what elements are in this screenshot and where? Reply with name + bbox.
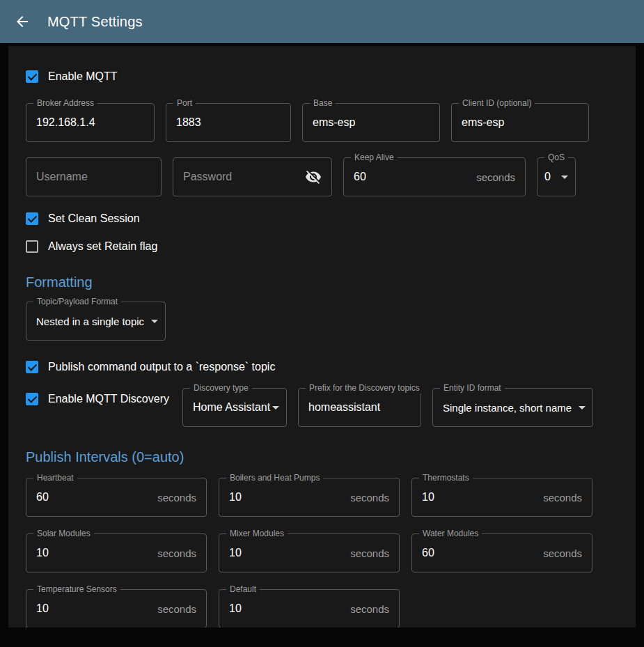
clean-session-checkbox[interactable] xyxy=(26,212,38,225)
water-interval-label: Water Modules xyxy=(419,529,482,539)
qos-value: 0 xyxy=(544,171,551,183)
client-id-value: ems-esp xyxy=(462,116,504,129)
dropdown-caret-icon xyxy=(579,406,586,410)
publish-response-label: Publish command output to a `response` t… xyxy=(48,361,275,373)
username-placeholder: Username xyxy=(36,171,88,183)
discovery-type-label: Discovery type xyxy=(190,383,252,393)
qos-label: QoS xyxy=(544,153,568,163)
discovery-row: Enable MQTT Discovery Discovery type Hom… xyxy=(26,388,618,427)
enable-mqtt-label: Enable MQTT xyxy=(48,70,118,83)
discovery-type-value: Home Assistant xyxy=(193,401,270,414)
boilers-interval-field[interactable]: Boilers and Heat Pumps 10 seconds xyxy=(219,478,400,517)
arrow-back-icon xyxy=(14,13,31,30)
port-label: Port xyxy=(173,98,196,109)
password-field[interactable]: Password xyxy=(173,157,332,196)
entity-id-format-select[interactable]: Entity ID format Single instance, short … xyxy=(432,388,593,427)
enable-mqtt-row[interactable]: Enable MQTT xyxy=(26,68,618,85)
temperature-sensors-interval-label: Temperature Sensors xyxy=(33,584,120,595)
heartbeat-interval-label: Heartbeat xyxy=(33,473,77,483)
password-placeholder: Password xyxy=(183,171,232,183)
discovery-prefix-field[interactable]: Prefix for the Discovery topics homeassi… xyxy=(298,388,421,427)
enable-discovery-label: Enable MQTT Discovery xyxy=(48,393,169,405)
solar-interval-unit: seconds xyxy=(157,547,196,559)
water-interval-value: 60 xyxy=(422,547,434,559)
client-id-field[interactable]: Client ID (optional) ems-esp xyxy=(451,103,589,142)
heartbeat-interval-unit: seconds xyxy=(157,492,196,504)
settings-panel: Enable MQTT Broker Address 192.168.1.4 P… xyxy=(8,46,636,627)
credentials-row: Username Password Keep Alive 60 seconds … xyxy=(26,157,618,196)
mixer-interval-unit: seconds xyxy=(350,547,389,559)
mixer-interval-label: Mixer Modules xyxy=(226,529,288,539)
solar-interval-field[interactable]: Solar Modules 10 seconds xyxy=(26,533,207,572)
thermostats-interval-field[interactable]: Thermostats 10 seconds xyxy=(411,478,592,517)
default-interval-value: 10 xyxy=(229,602,242,615)
username-field[interactable]: Username xyxy=(26,157,162,196)
entity-id-format-value: Single instance, short name xyxy=(443,402,572,414)
app-bar: MQTT Settings xyxy=(0,0,644,43)
temperature-sensors-interval-value: 10 xyxy=(36,602,49,615)
boilers-interval-unit: seconds xyxy=(350,492,389,504)
dropdown-caret-icon xyxy=(151,320,158,323)
temperature-sensors-interval-field[interactable]: Temperature Sensors 10 seconds xyxy=(26,589,207,627)
dropdown-caret-icon xyxy=(272,406,279,410)
solar-interval-value: 10 xyxy=(36,547,49,559)
clean-session-label: Set Clean Session xyxy=(48,212,140,225)
entity-id-format-label: Entity ID format xyxy=(440,383,505,393)
publish-response-checkbox[interactable] xyxy=(26,361,38,373)
topic-format-row: Topic/Payload Format Nested in a single … xyxy=(26,302,618,341)
broker-address-field[interactable]: Broker Address 192.168.1.4 xyxy=(26,103,155,142)
heartbeat-interval-field[interactable]: Heartbeat 60 seconds xyxy=(26,478,207,517)
base-label: Base xyxy=(310,98,336,109)
topic-format-label: Topic/Payload Format xyxy=(33,297,121,307)
discovery-prefix-value: homeassistant xyxy=(308,401,380,414)
keep-alive-value: 60 xyxy=(354,171,366,183)
heartbeat-interval-value: 60 xyxy=(36,491,49,504)
solar-interval-label: Solar Modules xyxy=(33,529,94,539)
enable-discovery-row[interactable]: Enable MQTT Discovery xyxy=(26,391,171,407)
formatting-section-heading: Formatting xyxy=(26,274,618,290)
thermostats-interval-unit: seconds xyxy=(543,492,582,504)
boilers-interval-label: Boilers and Heat Pumps xyxy=(226,473,323,483)
mixer-interval-value: 10 xyxy=(229,547,242,559)
thermostats-interval-value: 10 xyxy=(422,491,434,504)
temperature-sensors-interval-unit: seconds xyxy=(157,603,196,615)
base-value: ems-esp xyxy=(313,116,355,129)
default-interval-label: Default xyxy=(226,584,260,595)
enable-mqtt-checkbox[interactable] xyxy=(26,70,38,83)
boilers-interval-value: 10 xyxy=(229,491,242,504)
publish-intervals-section-heading: Publish Intervals (0=auto) xyxy=(26,449,618,465)
discovery-type-select[interactable]: Discovery type Home Assistant xyxy=(182,388,287,427)
clean-session-row[interactable]: Set Clean Session xyxy=(26,210,618,227)
qos-select[interactable]: QoS 0 xyxy=(537,157,576,196)
retain-flag-label: Always set Retain flag xyxy=(48,240,157,253)
broker-address-value: 192.168.1.4 xyxy=(36,116,95,129)
publish-response-row[interactable]: Publish command output to a `response` t… xyxy=(26,359,618,375)
broker-fields-row: Broker Address 192.168.1.4 Port 1883 Bas… xyxy=(26,103,618,142)
base-field[interactable]: Base ems-esp xyxy=(302,103,440,142)
port-field[interactable]: Port 1883 xyxy=(166,103,291,142)
keep-alive-label: Keep Alive xyxy=(351,153,398,163)
publish-intervals-grid: Heartbeat 60 seconds Boilers and Heat Pu… xyxy=(26,478,618,627)
back-button[interactable] xyxy=(14,13,31,30)
retain-flag-checkbox[interactable] xyxy=(26,240,38,253)
keep-alive-unit: seconds xyxy=(476,171,515,183)
client-id-label: Client ID (optional) xyxy=(459,98,535,109)
water-interval-unit: seconds xyxy=(543,547,582,559)
enable-discovery-checkbox[interactable] xyxy=(26,393,38,405)
port-value: 1883 xyxy=(176,116,201,129)
visibility-off-icon xyxy=(305,169,322,185)
thermostats-interval-label: Thermostats xyxy=(419,473,473,483)
topic-format-value: Nested in a single topic xyxy=(36,315,144,327)
default-interval-unit: seconds xyxy=(350,603,389,615)
discovery-prefix-label: Prefix for the Discovery topics xyxy=(306,383,423,393)
keep-alive-field[interactable]: Keep Alive 60 seconds xyxy=(343,157,526,196)
page-title: MQTT Settings xyxy=(47,14,143,30)
topic-format-select[interactable]: Topic/Payload Format Nested in a single … xyxy=(26,302,166,341)
toggle-password-visibility-button[interactable] xyxy=(305,169,322,185)
default-interval-field[interactable]: Default 10 seconds xyxy=(219,589,400,627)
retain-flag-row[interactable]: Always set Retain flag xyxy=(26,238,618,255)
dropdown-caret-icon xyxy=(561,176,568,179)
mixer-interval-field[interactable]: Mixer Modules 10 seconds xyxy=(219,533,400,572)
water-interval-field[interactable]: Water Modules 60 seconds xyxy=(411,533,592,572)
broker-address-label: Broker Address xyxy=(33,98,97,109)
